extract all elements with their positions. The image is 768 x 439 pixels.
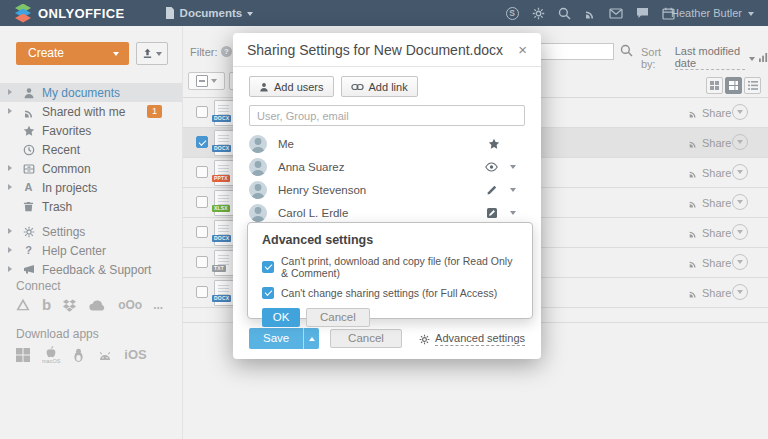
checkbox-checked[interactable]: [262, 261, 274, 273]
person-add-icon: [259, 82, 269, 92]
share-link[interactable]: Share: [688, 287, 731, 299]
row-checkbox[interactable]: [196, 226, 208, 238]
expand-arrow-icon[interactable]: [8, 89, 12, 95]
dropbox-icon[interactable]: [62, 298, 77, 312]
share-link[interactable]: Share: [688, 137, 731, 149]
sort-by-label: Sort by:: [641, 46, 671, 70]
user-menu[interactable]: Heather Butler: [671, 0, 754, 26]
filter-help-icon[interactable]: ?: [221, 46, 232, 57]
header-icon-group: S: [505, 0, 675, 26]
add-link-label: Add link: [369, 81, 408, 93]
row-actions-menu[interactable]: [732, 224, 748, 240]
windows-icon[interactable]: [15, 347, 31, 363]
sidebar-item-in-projects[interactable]: A In projects: [0, 178, 182, 197]
save-button[interactable]: Save: [249, 328, 303, 349]
sidebar-item-help-center[interactable]: ? Help Center: [0, 241, 182, 260]
row-checkbox[interactable]: [196, 286, 208, 298]
onedrive-icon[interactable]: [88, 299, 107, 311]
user-search-input[interactable]: [249, 105, 525, 126]
cancel-button[interactable]: Cancel: [306, 308, 370, 327]
ok-button[interactable]: OK: [262, 308, 300, 327]
more-services-icon[interactable]: ...: [153, 298, 163, 312]
sidebar-item-my-documents[interactable]: My documents: [0, 83, 182, 102]
sort-value[interactable]: Last modified date: [675, 45, 745, 70]
macos-icon[interactable]: macOS: [42, 345, 60, 364]
review-icon[interactable]: [486, 207, 498, 219]
access-caret-icon[interactable]: [510, 165, 516, 169]
advanced-option: Can't print, download and copy file (for…: [262, 255, 518, 279]
thumbnail-view-button[interactable]: [706, 77, 723, 94]
search-icon[interactable]: [620, 44, 633, 57]
expand-arrow-icon[interactable]: [8, 266, 12, 272]
user-row[interactable]: Henry Stevenson: [249, 178, 525, 201]
share-link[interactable]: Share: [688, 167, 731, 179]
select-all-dropdown[interactable]: [188, 72, 225, 90]
expand-arrow-icon[interactable]: [8, 165, 12, 171]
share-link[interactable]: Share: [688, 107, 731, 119]
tile-view-button[interactable]: [725, 77, 742, 94]
advanced-settings-link[interactable]: Advanced settings: [419, 332, 525, 346]
search-icon[interactable]: [557, 6, 571, 20]
payments-icon[interactable]: S: [505, 6, 519, 20]
expand-arrow-icon[interactable]: [8, 108, 12, 114]
checkbox-checked[interactable]: [262, 287, 274, 299]
ios-icon[interactable]: iOS: [124, 347, 146, 362]
add-link-button[interactable]: Add link: [341, 76, 418, 97]
user-row[interactable]: Anna Suarez: [249, 155, 525, 178]
sidebar-item-label: In projects: [42, 181, 97, 195]
create-button[interactable]: Create: [16, 42, 129, 65]
advanced-settings-panel: Advanced settings Can't print, download …: [247, 222, 533, 319]
documents-module-menu[interactable]: Documents: [165, 7, 254, 19]
row-actions-menu[interactable]: [732, 254, 748, 270]
sidebar-item-feedback-support[interactable]: Feedback & Support: [0, 260, 182, 279]
share-link[interactable]: Share: [688, 227, 731, 239]
row-checkbox[interactable]: [196, 106, 208, 118]
docx-file-icon: DOCX: [214, 100, 235, 126]
sort-caret-icon[interactable]: [749, 57, 755, 61]
row-checkbox-checked[interactable]: [196, 136, 208, 148]
sidebar-item-settings[interactable]: Settings: [0, 222, 182, 241]
sidebar-item-label: My documents: [42, 86, 120, 100]
row-actions-menu[interactable]: [732, 104, 748, 120]
mail-icon[interactable]: [609, 6, 623, 20]
android-icon[interactable]: [97, 348, 113, 362]
sidebar-item-favorites[interactable]: Favorites: [0, 121, 182, 140]
row-checkbox[interactable]: [196, 166, 208, 178]
owncloud-icon[interactable]: oOo: [118, 298, 142, 312]
expand-arrow-icon[interactable]: [8, 184, 12, 190]
expand-arrow-icon[interactable]: [8, 247, 12, 253]
row-actions-menu[interactable]: [732, 134, 748, 150]
user-row-me[interactable]: Me: [249, 132, 525, 155]
user-row[interactable]: Carol L. Erdle: [249, 201, 525, 224]
share-link[interactable]: Share: [688, 257, 731, 269]
txt-file-icon: TXT: [214, 250, 235, 276]
row-checkbox[interactable]: [196, 256, 208, 268]
full-access-pencil-icon[interactable]: [486, 184, 498, 196]
share-link[interactable]: Share: [688, 197, 731, 209]
row-actions-menu[interactable]: [732, 164, 748, 180]
row-checkbox[interactable]: [196, 196, 208, 208]
close-icon[interactable]: ×: [518, 42, 527, 57]
list-view-button[interactable]: [744, 77, 761, 94]
sidebar-item-trash[interactable]: Trash: [0, 197, 182, 216]
google-drive-icon[interactable]: [15, 298, 31, 312]
cancel-button[interactable]: Cancel: [330, 329, 402, 348]
gear-icon[interactable]: [531, 6, 545, 20]
access-caret-icon[interactable]: [510, 211, 516, 215]
sidebar-item-recent[interactable]: Recent: [0, 140, 182, 159]
row-actions-menu[interactable]: [732, 284, 748, 300]
upload-button[interactable]: [136, 42, 168, 65]
box-icon[interactable]: b: [42, 296, 51, 313]
row-actions-menu[interactable]: [732, 194, 748, 210]
add-users-button[interactable]: Add users: [249, 76, 334, 97]
feed-icon[interactable]: [583, 6, 597, 20]
expand-arrow-icon[interactable]: [8, 228, 12, 234]
sort-direction-icon[interactable]: [759, 53, 768, 62]
access-caret-icon[interactable]: [510, 188, 516, 192]
save-options-caret[interactable]: [303, 328, 319, 349]
linux-icon[interactable]: [71, 347, 86, 363]
read-only-eye-icon[interactable]: [485, 162, 498, 172]
talk-icon[interactable]: [635, 6, 649, 20]
sidebar-item-shared-with-me[interactable]: Shared with me 1: [0, 102, 182, 121]
sidebar-item-common[interactable]: Common: [0, 159, 182, 178]
